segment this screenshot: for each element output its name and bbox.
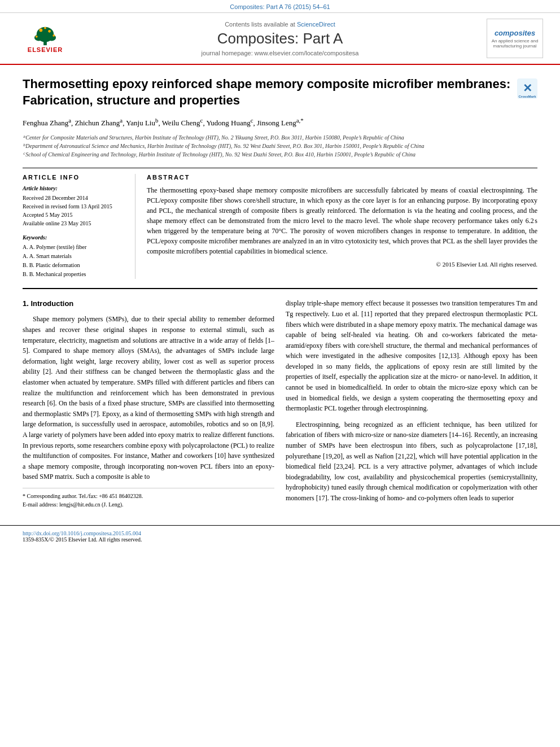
page: Composites: Part A 76 (2015) 54–61 ELSEV… (0, 0, 560, 747)
footer-left: http://dx.doi.org/10.1016/j.compositesa.… (23, 530, 537, 543)
body-paragraph-right-2: Electrospinning, being recognized as an … (286, 420, 537, 504)
authors-text: Fenghua Zhanga, Zhichun Zhanga, Yanju Li… (23, 119, 304, 127)
keywords-section: Keywords: A. A. Polymer (textile) fiber … (23, 234, 126, 279)
svg-point-7 (36, 36, 38, 38)
received-revised-date: Received in revised form 13 April 2015 (23, 202, 126, 211)
affiliation-a: ᵃ Center for Composite Materials and Str… (23, 133, 537, 142)
body-col-left: 1. Introduction Shape memory polymers (S… (23, 298, 274, 509)
crossmark-icon: ✕ CrossMark (517, 78, 537, 99)
journal-header-center: Contents lists available at ScienceDirec… (73, 21, 487, 56)
received-date-1: Received 28 December 2014 (23, 194, 126, 202)
doi-link[interactable]: http://dx.doi.org/10.1016/j.compositesa.… (23, 530, 141, 536)
page-footer: http://dx.doi.org/10.1016/j.compositesa.… (0, 525, 560, 547)
article-info-title: ARTICLE INFO (23, 174, 126, 181)
footnote-corresponding: * Corresponding author. Tel./fax: +86 45… (23, 492, 274, 501)
svg-point-4 (40, 29, 43, 32)
body-rp1-text: display triple-shape memory effect becau… (286, 299, 537, 412)
section-1-title: 1. Introduction (23, 298, 274, 309)
body-paragraph-1: Shape memory polymers (SMPs), due to the… (23, 314, 274, 482)
authors-section: Fenghua Zhanga, Zhichun Zhanga, Yanju Li… (23, 115, 537, 129)
body-p1-text: Shape memory polymers (SMPs), due to the… (23, 315, 274, 480)
footer-issn: 1359-835X/© 2015 Elsevier Ltd. All right… (23, 536, 537, 543)
available-online-date: Available online 23 May 2015 (23, 219, 126, 228)
footer-doi[interactable]: http://dx.doi.org/10.1016/j.compositesa.… (23, 530, 537, 536)
body-rp2-text: Electrospinning, being recognized as an … (286, 421, 537, 502)
affiliation-b: ᵇ Department of Astronautical Science an… (23, 142, 537, 150)
paper-title-text: Thermosetting epoxy reinforced shape mem… (23, 76, 511, 108)
keyword-1: A. A. Polymer (textile) fiber (23, 243, 126, 252)
article-info: ARTICLE INFO Article history: Received 2… (23, 174, 135, 279)
keyword-4: B. B. Mechanical properties (23, 270, 126, 279)
abstract-section: ABSTRACT The thermosetting epoxy-based s… (147, 174, 537, 279)
svg-text:CrossMark: CrossMark (518, 95, 536, 98)
affiliation-c: ᶜ School of Chemical Engineering and Tec… (23, 150, 537, 159)
composites-logo-text: composites (495, 29, 535, 37)
svg-point-8 (53, 34, 55, 37)
journal-logo-right: composites An applied science andmanufac… (487, 19, 543, 58)
footnote-section: * Corresponding author. Tel./fax: +86 45… (23, 488, 274, 509)
body-paragraph-right-1: display triple-shape memory effect becau… (286, 298, 537, 414)
journal-citation: Composites: Part A 76 (2015) 54–61 (230, 3, 330, 10)
affiliations-section: ᵃ Center for Composite Materials and Str… (23, 133, 537, 159)
keywords-label: Keywords: (23, 234, 126, 241)
history-label: Article history: (23, 185, 126, 191)
elsevier-text: ELSEVIER (28, 46, 63, 53)
body-divider (23, 288, 537, 289)
accepted-date: Accepted 5 May 2015 (23, 211, 126, 219)
svg-point-6 (44, 27, 46, 29)
keyword-2: A. A. Smart materials (23, 252, 126, 261)
article-history: Article history: Received 28 December 20… (23, 185, 126, 228)
body-content: 1. Introduction Shape memory polymers (S… (23, 298, 537, 509)
journal-header: ELSEVIER Contents lists available at Sci… (0, 13, 560, 65)
abstract-text: The thermosetting epoxy-based shape memo… (147, 185, 537, 256)
svg-point-2 (34, 34, 43, 41)
body-col-right: display triple-shape memory effect becau… (286, 298, 537, 509)
copyright-line: © 2015 Elsevier Ltd. All rights reserved… (147, 261, 537, 268)
main-content: Thermosetting epoxy reinforced shape mem… (0, 65, 560, 521)
sciencedirect-link[interactable]: ScienceDirect (297, 21, 335, 28)
elsevier-logo: ELSEVIER (17, 21, 73, 55)
journal-title-main: Composites: Part A (73, 30, 487, 47)
science-direct-link: Contents lists available at ScienceDirec… (73, 21, 487, 28)
svg-point-5 (48, 30, 51, 33)
abstract-title: ABSTRACT (147, 174, 537, 181)
footnote-email: E-mail address: lengjs@hit.edu.cn (J. Le… (23, 500, 274, 509)
keyword-3: B. B. Plastic deformation (23, 261, 126, 270)
elsevier-tree-icon (28, 24, 62, 46)
journal-homepage: journal homepage: www.elsevier.com/locat… (73, 50, 487, 56)
svg-text:✕: ✕ (523, 82, 532, 94)
article-info-abstract-section: ARTICLE INFO Article history: Received 2… (23, 168, 537, 279)
composites-logo-tagline: An applied science andmanufacturing jour… (492, 38, 539, 49)
journal-top-bar: Composites: Part A 76 (2015) 54–61 (0, 0, 560, 13)
paper-title-section: Thermosetting epoxy reinforced shape mem… (23, 76, 537, 108)
